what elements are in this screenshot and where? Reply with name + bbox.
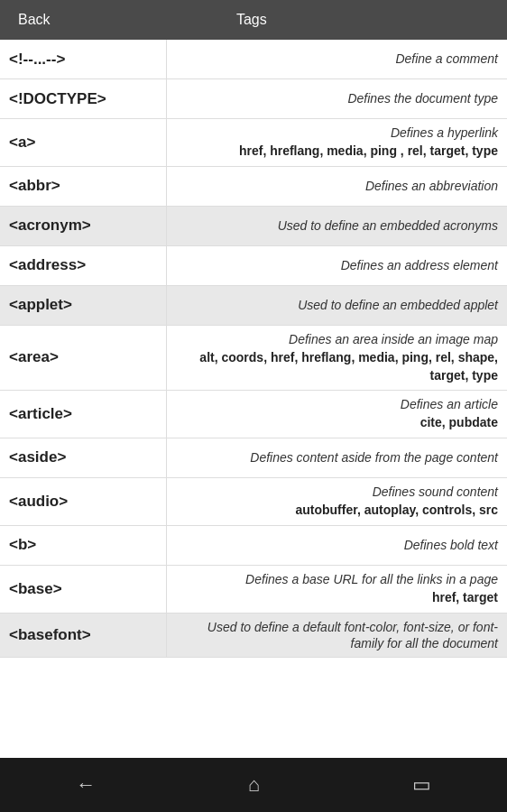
tag-attributes-text: href, hreflang, media, ping , rel, targe… bbox=[176, 143, 498, 161]
tag-description-text: Defines a base URL for all the links in … bbox=[176, 571, 498, 587]
tag-description-cell: Defines bold text bbox=[167, 526, 507, 565]
tag-name-cell: <!DOCTYPE> bbox=[0, 79, 167, 118]
tag-description-cell: Defines content aside from the page cont… bbox=[167, 438, 507, 477]
tag-description-text: Define a comment bbox=[176, 51, 498, 67]
tag-description-text: Defines an abbreviation bbox=[176, 178, 498, 194]
top-navigation: Back Tags bbox=[0, 0, 507, 40]
tag-attributes-text: cite, pubdate bbox=[176, 414, 498, 432]
table-row[interactable]: <audio>Defines sound contentautobuffer, … bbox=[0, 478, 507, 526]
tag-description-cell: Defines sound contentautobuffer, autopla… bbox=[167, 478, 507, 525]
tag-name-cell: <b> bbox=[0, 526, 167, 565]
tag-description-text: Used to define a default font-color, fon… bbox=[176, 619, 498, 651]
tag-description-cell: Defines an address element bbox=[167, 246, 507, 285]
tag-description-text: Defines an area inside an image map bbox=[176, 331, 498, 347]
tag-name-cell: <address> bbox=[0, 246, 167, 285]
back-button[interactable]: Back bbox=[18, 12, 51, 28]
tag-description-cell: Defines a base URL for all the links in … bbox=[167, 566, 507, 613]
tag-attributes-text: autobuffer, autoplay, controls, src bbox=[176, 502, 498, 520]
table-row[interactable]: <article>Defines an articlecite, pubdate bbox=[0, 391, 507, 438]
tag-description-text: Used to define an embedded acronyms bbox=[176, 217, 498, 234]
table-row[interactable]: <!--...-->Define a comment bbox=[0, 40, 507, 79]
tag-description-cell: Used to define an embedded acronyms bbox=[167, 207, 507, 245]
table-row[interactable]: <area>Defines an area inside an image ma… bbox=[0, 326, 507, 391]
bottom-navigation: ← ⌂ ▭ bbox=[0, 758, 507, 812]
tag-description-text: Defines the document type bbox=[176, 90, 498, 106]
tag-description-cell: Define a comment bbox=[167, 40, 507, 78]
tag-description-cell: Used to define an embedded applet bbox=[167, 286, 507, 325]
tag-description-cell: Defines a hyperlinkhref, hreflang, media… bbox=[167, 119, 507, 166]
table-row[interactable]: <aside>Defines content aside from the pa… bbox=[0, 438, 507, 478]
tag-description-cell: Defines an abbreviation bbox=[167, 167, 507, 206]
tag-description-text: Defines sound content bbox=[176, 484, 498, 500]
table-row[interactable]: <b>Defines bold text bbox=[0, 526, 507, 566]
tag-name-cell: <acronym> bbox=[0, 207, 167, 245]
tag-description-cell: Defines the document type bbox=[167, 79, 507, 118]
tag-description-text: Defines bold text bbox=[176, 537, 498, 553]
table-row[interactable]: <!DOCTYPE>Defines the document type bbox=[0, 79, 507, 119]
tag-description-text: Defines an address element bbox=[176, 257, 498, 273]
tag-name-cell: <aside> bbox=[0, 438, 167, 477]
tag-description-text: Defines an article bbox=[176, 396, 498, 412]
table-row[interactable]: <a>Defines a hyperlinkhref, hreflang, me… bbox=[0, 119, 507, 167]
tag-name-cell: <article> bbox=[0, 391, 167, 438]
table-row[interactable]: <abbr>Defines an abbreviation bbox=[0, 167, 507, 207]
content-area: <!--...-->Define a comment<!DOCTYPE>Defi… bbox=[0, 40, 507, 758]
table-row[interactable]: <base>Defines a base URL for all the lin… bbox=[0, 566, 507, 614]
table-row[interactable]: <acronym>Used to define an embedded acro… bbox=[0, 207, 507, 246]
tag-name-cell: <base> bbox=[0, 566, 167, 613]
table-row[interactable]: <applet>Used to define an embedded apple… bbox=[0, 286, 507, 326]
tag-name-cell: <abbr> bbox=[0, 167, 167, 206]
tag-name-cell: <a> bbox=[0, 119, 167, 166]
tag-description-cell: Defines an area inside an image mapalt, … bbox=[167, 326, 507, 390]
tag-attributes-text: href, target bbox=[176, 589, 498, 607]
tag-name-cell: <basefont> bbox=[0, 614, 167, 657]
table-row[interactable]: <basefont>Used to define a default font-… bbox=[0, 614, 507, 658]
tag-description-text: Defines a hyperlink bbox=[176, 125, 498, 141]
tag-name-cell: <!--...--> bbox=[0, 40, 167, 78]
tag-attributes-text: alt, coords, href, hreflang, media, ping… bbox=[176, 349, 498, 384]
home-icon[interactable]: ⌂ bbox=[248, 773, 260, 797]
back-icon[interactable]: ← bbox=[76, 773, 96, 797]
tag-name-cell: <audio> bbox=[0, 478, 167, 525]
page-title: Tags bbox=[236, 12, 267, 28]
tag-name-cell: <area> bbox=[0, 326, 167, 390]
tag-description-text: Used to define an embedded applet bbox=[176, 297, 498, 313]
tag-name-cell: <applet> bbox=[0, 286, 167, 325]
table-row[interactable]: <address>Defines an address element bbox=[0, 246, 507, 286]
tag-description-cell: Used to define a default font-color, fon… bbox=[167, 614, 507, 657]
tag-description-cell: Defines an articlecite, pubdate bbox=[167, 391, 507, 438]
recent-apps-icon[interactable]: ▭ bbox=[412, 773, 431, 797]
tag-description-text: Defines content aside from the page cont… bbox=[176, 449, 498, 466]
